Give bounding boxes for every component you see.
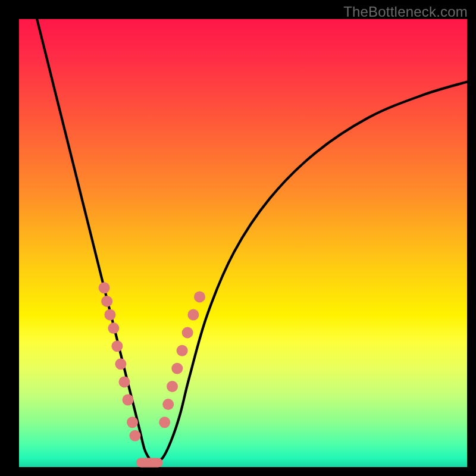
marker-dot (99, 282, 110, 293)
watermark-text: TheBottleneck.com (343, 4, 468, 20)
marker-dot (108, 322, 119, 334)
marker-dot (101, 296, 112, 307)
marker-dot (171, 363, 183, 374)
marker-cluster-left (99, 282, 141, 441)
marker-dot (187, 309, 199, 321)
marker-dot (119, 376, 130, 387)
marker-dot (177, 345, 188, 356)
marker-dot (162, 399, 174, 410)
marker-dot (115, 358, 126, 369)
marker-dot (130, 430, 141, 441)
chart-svg (19, 19, 467, 467)
chart-frame: TheBottleneck.com (0, 0, 476, 476)
marker-dot (127, 416, 138, 428)
marker-dot (182, 327, 193, 339)
bottleneck-curve (37, 19, 467, 463)
marker-dot (111, 340, 123, 352)
marker-dot (167, 381, 178, 392)
marker-dot (104, 309, 115, 321)
marker-dot (194, 291, 205, 302)
marker-dot (159, 416, 170, 428)
marker-dot (123, 394, 134, 406)
